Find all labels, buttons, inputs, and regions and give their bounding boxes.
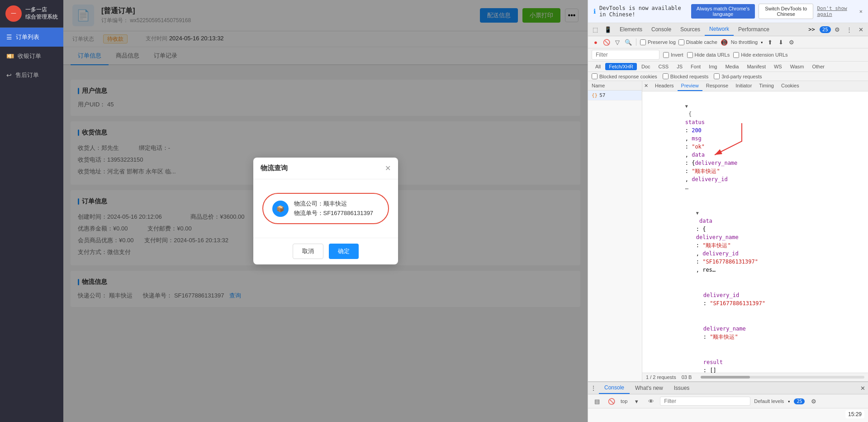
json-line-result: result : [] [642, 350, 868, 373]
hide-data-urls-input[interactable] [687, 52, 693, 58]
pill-js[interactable]: JS [673, 63, 686, 70]
system-time: 15:29 [845, 410, 864, 418]
throttling-dropdown-arrow[interactable]: ▾ [760, 40, 763, 45]
disable-cache-input[interactable] [678, 39, 684, 45]
pill-doc[interactable]: Doc [638, 63, 654, 70]
after-sale-icon: ↩ [6, 72, 12, 79]
tab-network[interactable]: Network [705, 23, 734, 36]
pill-wasm[interactable]: Wasm [787, 63, 808, 70]
inspect-tool-button[interactable]: ⬚ [590, 24, 601, 35]
devtools-close-x-button[interactable]: ✕ [855, 24, 866, 35]
modal-header: 物流查询 ✕ [253, 158, 398, 179]
clear-button[interactable]: 🚫 [602, 38, 611, 46]
console-menu-button[interactable]: ⋮ [588, 383, 599, 393]
more-tabs-button[interactable]: >> [806, 24, 817, 34]
network-toolbar: ● 🚫 ▽ 🔍 Preserve log Disable cache 📵 No … [588, 36, 868, 48]
blocked-requests-checkbox[interactable]: Blocked requests [663, 73, 708, 79]
response-tab[interactable]: Response [702, 81, 732, 91]
console-tab-issues[interactable]: Issues [669, 383, 695, 393]
data-expand-arrow[interactable]: ▼ [696, 211, 699, 216]
disable-cache-checkbox[interactable]: Disable cache [678, 39, 717, 45]
main-area: 📄 [普通订单] 订单编号： wx522505951450759168 配送信息… [63, 0, 588, 422]
sidebar-item-cashier[interactable]: 💴 收银订单 [0, 47, 63, 66]
blocked-requests-input[interactable] [663, 73, 669, 79]
search-button[interactable]: 🔍 [624, 38, 632, 46]
pill-media[interactable]: Media [721, 63, 742, 70]
tab-sources[interactable]: Sources [676, 24, 705, 35]
blocked-requests-label: Blocked requests [670, 74, 708, 79]
tab-performance[interactable]: Performance [734, 24, 774, 35]
pill-other[interactable]: Other [808, 63, 828, 70]
tab-elements[interactable]: Elements [615, 24, 647, 35]
match-language-button[interactable]: Always match Chrome's language [691, 4, 755, 19]
pill-all[interactable]: All [592, 63, 604, 70]
scrollbar-thumb[interactable] [701, 376, 750, 379]
sidebar-item-label-order-list: 订单列表 [16, 33, 39, 41]
headers-tab[interactable]: Headers [651, 81, 678, 91]
request-row-57[interactable]: {} 57 [588, 91, 642, 101]
request-name: {} 57 [588, 91, 642, 100]
pill-fetch-xhr[interactable]: Fetch/XHR [605, 63, 637, 70]
devtools-panel: ℹ DevTools is now available in Chinese! … [588, 0, 868, 422]
tab-console[interactable]: Console [647, 24, 676, 35]
hide-data-urls-checkbox[interactable]: Hide data URLs [687, 52, 730, 58]
record-button[interactable]: ● [592, 38, 600, 46]
modal-cancel-button[interactable]: 取消 [293, 244, 323, 259]
console-tab-console[interactable]: Console [599, 382, 630, 394]
download-button[interactable]: ⬇ [777, 38, 785, 46]
pill-css[interactable]: CSS [655, 63, 673, 70]
scrollbar-track[interactable] [701, 376, 864, 379]
hide-data-urls-label: Hide data URLs [695, 52, 730, 58]
more-network-button[interactable]: ⚙ [787, 38, 796, 46]
switch-to-chinese-button[interactable]: Switch DevTools to Chinese [759, 4, 813, 19]
throttling-offline-button[interactable]: 📵 [720, 38, 728, 46]
device-toolbar-button[interactable]: 📱 [602, 24, 613, 35]
sidebar: 一 一多一店 综合管理系统 ☰ 订单列表 💴 收银订单 ↩ 售后订单 [0, 0, 63, 422]
console-close-button[interactable]: ✕ [857, 383, 868, 393]
preserve-log-input[interactable] [640, 39, 646, 45]
hide-ext-urls-checkbox[interactable]: Hide extension URLs [733, 52, 787, 58]
blocked-cookies-input[interactable] [592, 73, 598, 79]
preview-tab[interactable]: Preview [678, 81, 702, 91]
cookies-tab[interactable]: Cookies [778, 81, 803, 91]
invert-checkbox[interactable]: Invert [663, 52, 683, 58]
preserve-log-checkbox[interactable]: Preserve log [640, 39, 676, 45]
third-party-checkbox[interactable]: 3rd-party requests [714, 73, 762, 79]
devtools-notification: ℹ DevTools is now available in Chinese! … [588, 0, 868, 23]
modal-company-label: 物流公司： [294, 200, 323, 207]
modal-close-button[interactable]: ✕ [385, 164, 391, 173]
console-tab-right-actions: ✕ [857, 383, 868, 393]
freight-text: 物流公司：顺丰快运 物流单号：SF1677886131397 [294, 199, 374, 218]
json-line-data: ▼ data : { delivery_name : "顺丰快运" , deli… [642, 200, 868, 283]
levels-dropdown-arrow[interactable]: ▾ [787, 399, 790, 404]
sidebar-item-order-list[interactable]: ☰ 订单列表 [0, 28, 63, 47]
upload-button[interactable]: ⬆ [766, 38, 774, 46]
devtools-settings-button[interactable]: ⚙ [832, 24, 843, 35]
console-settings-button[interactable]: ⚙ [808, 396, 819, 407]
network-filter-input[interactable] [592, 50, 659, 60]
console-clear-button[interactable]: 🚫 [606, 396, 617, 407]
console-filter-input[interactable] [660, 397, 750, 406]
console-top-dropdown[interactable]: ▾ [631, 396, 642, 407]
pill-manifest[interactable]: Manifest [743, 63, 769, 70]
invert-input[interactable] [663, 52, 669, 58]
third-party-input[interactable] [714, 73, 720, 79]
sidebar-item-after-sale[interactable]: ↩ 售后订单 [0, 66, 63, 85]
filter-button[interactable]: ▽ [613, 38, 621, 46]
close-preview-button[interactable]: ✕ [642, 81, 651, 91]
blocked-cookies-checkbox[interactable]: Blocked response cookies [592, 73, 657, 79]
console-tab-whats-new[interactable]: What's new [630, 383, 669, 393]
pill-font[interactable]: Font [687, 63, 704, 70]
console-eye-button[interactable]: 👁 [645, 396, 656, 407]
pill-ws[interactable]: WS [770, 63, 786, 70]
console-sidebar-button[interactable]: ▤ [592, 396, 602, 407]
devtools-close-button[interactable]: ✕ [859, 8, 863, 14]
initiator-tab[interactable]: Initiator [732, 81, 755, 91]
devtools-customize-button[interactable]: ⋮ [844, 24, 854, 35]
pill-img[interactable]: Img [705, 63, 721, 70]
timing-tab[interactable]: Timing [755, 81, 778, 91]
root-expand-arrow[interactable]: ▼ [685, 104, 688, 109]
modal-confirm-button[interactable]: 确定 [329, 244, 359, 259]
hide-ext-urls-input[interactable] [733, 52, 739, 58]
dismiss-button[interactable]: Don't show again [817, 5, 852, 17]
